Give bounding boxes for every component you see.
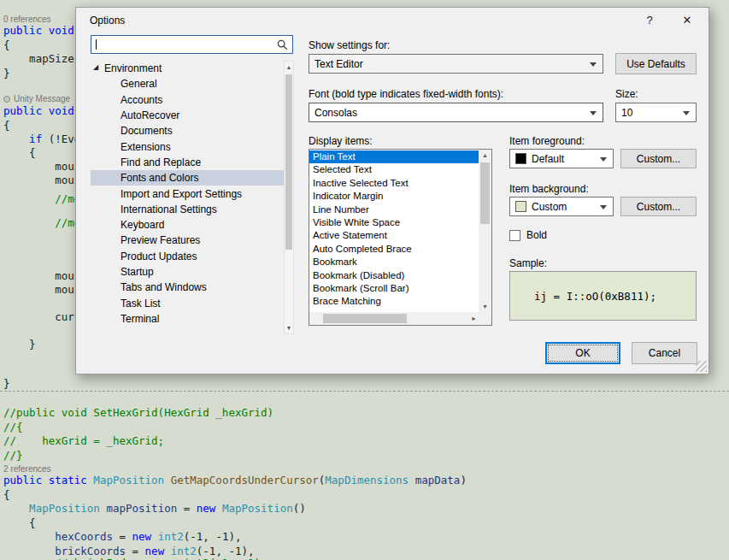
tree-expander-icon[interactable]: ◢: [93, 63, 98, 71]
search-icon: [276, 38, 289, 51]
dialog-title: Options: [90, 15, 125, 27]
tree-item-preview-features[interactable]: Preview Features: [91, 233, 284, 248]
background-value: Custom: [532, 201, 567, 213]
code-line: {: [3, 120, 10, 132]
display-item-inactive-selected-text[interactable]: Inactive Selected Text: [309, 177, 479, 190]
scroll-up-icon[interactable]: ▲: [479, 150, 491, 161]
show-settings-value: Text Editor: [315, 58, 363, 70]
code-line: // hexGrid = _hexGrid;: [3, 435, 164, 447]
scroll-down-icon[interactable]: ▼: [479, 301, 491, 312]
tree-item-task-list[interactable]: Task List: [91, 295, 284, 310]
code-line: mous: [3, 284, 80, 296]
item-background-select[interactable]: Custom: [509, 197, 614, 216]
chevron-down-icon: [600, 205, 607, 209]
display-item-brace-matching[interactable]: Brace Matching: [309, 295, 479, 308]
tree-item-import-and-export-settings[interactable]: Import and Export Settings: [91, 186, 284, 201]
list-horizontal-scrollbar[interactable]: ◄ ►: [309, 312, 479, 325]
item-foreground-label: Item foreground:: [509, 135, 585, 147]
code-line: //public void SetHexGrid(HexGrid _hexGri…: [3, 407, 273, 419]
tree-item-startup[interactable]: Startup: [91, 264, 284, 280]
use-defaults-button[interactable]: Use Defaults: [615, 53, 697, 74]
tree-item-extensions[interactable]: Extensions: [91, 139, 284, 154]
tree-item-fonts-and-colors[interactable]: Fonts and Colors: [91, 170, 284, 186]
list-scrollbar-thumb[interactable]: [480, 162, 490, 224]
display-item-bookmark-disabled[interactable]: Bookmark (Disabled): [309, 269, 479, 282]
size-value: 10: [621, 107, 632, 119]
close-icon[interactable]: ✕: [676, 14, 698, 27]
display-item-bookmark[interactable]: Bookmark: [309, 256, 479, 268]
options-dialog: Options ? ✕ ◢EnvironmentGeneralAccountsA…: [75, 7, 709, 374]
code-line: {: [3, 39, 10, 51]
cancel-button[interactable]: Cancel: [632, 342, 697, 364]
tree-item-environment[interactable]: ◢Environment: [91, 61, 284, 76]
unity-message-icon: [3, 96, 10, 103]
code-line: mapSize: [3, 53, 74, 65]
text-caret: [96, 39, 97, 50]
list-hscrollbar-thumb[interactable]: [323, 314, 407, 323]
tree-item-find-and-replace[interactable]: Find and Replace: [91, 155, 284, 170]
tree-item-autorecover[interactable]: AutoRecover: [91, 108, 284, 123]
display-item-indicator-margin[interactable]: Indicator Margin: [309, 190, 479, 203]
list-vertical-scrollbar[interactable]: ▲ ▼: [479, 150, 491, 312]
scrollbar-corner: [479, 312, 491, 325]
search-input[interactable]: [91, 35, 293, 54]
display-item-selected-text[interactable]: Selected Text: [309, 163, 479, 176]
foreground-value: Default: [532, 153, 564, 165]
bold-checkbox[interactable]: Bold: [509, 229, 547, 241]
codelens-line: Unity Message: [3, 93, 70, 105]
ok-button[interactable]: OK: [545, 342, 620, 364]
chevron-down-icon: [600, 157, 607, 162]
item-background-label: Item background:: [509, 183, 589, 195]
code-line: public void: [3, 25, 74, 37]
code-line: //}: [3, 450, 23, 462]
size-label: Size:: [615, 88, 638, 100]
code-line: //{: [3, 421, 23, 433]
tree-item-keyboard[interactable]: Keyboard: [91, 217, 284, 233]
font-label: Font (bold type indicates fixed-width fo…: [309, 88, 503, 100]
tree-scrollbar[interactable]: ▲ ▼: [284, 61, 294, 334]
resize-grip[interactable]: [696, 361, 707, 372]
help-button[interactable]: ?: [638, 14, 661, 27]
options-tree: ◢EnvironmentGeneralAccountsAutoRecoverDo…: [91, 61, 284, 334]
checkbox-box-icon[interactable]: [509, 230, 520, 241]
tree-item-international-settings[interactable]: International Settings: [91, 202, 284, 217]
code-line: {: [3, 517, 36, 529]
font-value: Consolas: [315, 107, 357, 119]
tree-item-general[interactable]: General: [91, 76, 284, 91]
sample-text: ij = I::oO(0xB811);: [534, 290, 656, 303]
background-custom-button[interactable]: Custom...: [620, 197, 697, 216]
display-item-plain-text[interactable]: Plain Text: [309, 150, 479, 163]
size-select[interactable]: 10: [615, 103, 697, 122]
code-line: mous: [3, 161, 80, 173]
scroll-down-icon[interactable]: ▼: [285, 322, 293, 333]
tree-item-tabs-and-windows[interactable]: Tabs and Windows: [91, 280, 284, 295]
code-line: {: [3, 147, 36, 159]
tree-item-product-updates[interactable]: Product Updates: [91, 249, 284, 264]
scroll-right-icon[interactable]: ►: [471, 312, 477, 323]
code-line: if (!Eve: [3, 133, 80, 145]
chevron-down-icon: [590, 111, 597, 115]
code-line: //mo: [3, 193, 80, 205]
dialog-titlebar[interactable]: Options ? ✕: [76, 8, 708, 33]
code-line: }: [3, 68, 10, 80]
code-line: curr: [3, 311, 80, 323]
display-item-visible-white-space[interactable]: Visible White Space: [309, 216, 479, 229]
sample-label: Sample:: [509, 257, 547, 269]
tree-item-terminal[interactable]: Terminal: [91, 311, 284, 327]
show-settings-select[interactable]: Text Editor: [309, 54, 603, 74]
scroll-up-icon[interactable]: ▲: [285, 62, 293, 73]
display-item-auto-completed-brace[interactable]: Auto Completed Brace: [309, 243, 479, 256]
tree-item-accounts[interactable]: Accounts: [91, 92, 284, 108]
item-foreground-select[interactable]: Default: [509, 149, 614, 168]
foreground-swatch: [515, 153, 526, 164]
font-select[interactable]: Consolas: [309, 103, 603, 122]
display-item-line-number[interactable]: Line Number: [309, 203, 479, 216]
foreground-custom-button[interactable]: Custom...: [620, 149, 697, 168]
tree-scrollbar-thumb[interactable]: [285, 74, 292, 250]
code-line: public static MapPosition GetMapCoordsUn…: [3, 475, 467, 486]
code-line: mous: [3, 174, 80, 186]
code-line: hexCoords = new int2(-1, -1),: [3, 531, 241, 543]
tree-item-documents[interactable]: Documents: [91, 123, 284, 139]
display-item-active-statement[interactable]: Active Statement: [309, 229, 479, 242]
display-item-bookmark-scroll-bar[interactable]: Bookmark (Scroll Bar): [309, 282, 479, 295]
